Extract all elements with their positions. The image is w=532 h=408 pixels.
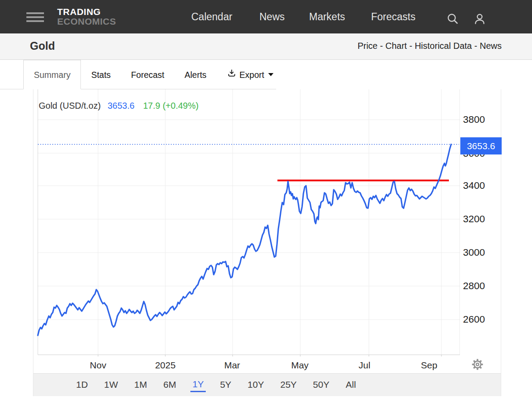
timeframe-all[interactable]: All: [343, 379, 358, 392]
tab-alerts[interactable]: Alerts: [175, 60, 217, 89]
chart-legend: Gold (USD/t.oz) 3653.6 17.9 (+0.49%): [39, 101, 199, 111]
nav-item-forecasts[interactable]: Forecasts: [371, 0, 415, 33]
download-icon: [227, 60, 237, 89]
timeframe-1m[interactable]: 1M: [132, 379, 149, 392]
y-axis-label: 3200: [463, 213, 500, 225]
y-axis-label: 3400: [463, 180, 500, 192]
price-chart-plot[interactable]: [33, 89, 460, 357]
tab-bar: Summary Stats Forecast Alerts Export: [0, 60, 276, 89]
chart-settings-gear-icon[interactable]: [471, 358, 484, 371]
brand-line2: ECONOMICS: [57, 17, 116, 26]
x-axis-label: Mar: [214, 359, 251, 372]
x-axis-label: Sep: [411, 359, 448, 372]
brand-logo[interactable]: TRADING ECONOMICS: [57, 7, 116, 26]
brand-line1: TRADING: [57, 7, 116, 17]
legend-instrument: Gold (USD/t.oz): [39, 101, 101, 110]
search-icon[interactable]: [447, 13, 459, 27]
x-axis-label: Jul: [346, 359, 383, 372]
timeframe-5y[interactable]: 5Y: [218, 379, 233, 392]
export-button[interactable]: Export: [217, 60, 284, 89]
timeframe-1w[interactable]: 1W: [102, 379, 120, 392]
y-axis-label: 3800: [463, 114, 500, 126]
nav-item-calendar[interactable]: Calendar: [191, 0, 232, 33]
price-series-line: [38, 144, 451, 335]
page-header: Gold Price - Chart - Historical Data - N…: [0, 33, 532, 60]
tab-forecast[interactable]: Forecast: [121, 60, 175, 89]
breadcrumb-links[interactable]: Price - Chart - Historical Data - News: [357, 41, 502, 51]
chart-widget: Gold (USD/t.oz) 3653.6 17.9 (+0.49%) 380…: [33, 89, 501, 396]
nav-item-news[interactable]: News: [259, 0, 285, 33]
x-axis-label: May: [281, 359, 318, 372]
user-account-icon[interactable]: [474, 13, 486, 27]
tab-stats[interactable]: Stats: [81, 60, 120, 89]
timeframe-bar: 1D 1W 1M 6M 1Y 5Y 10Y 25Y 50Y All: [33, 373, 501, 396]
nav-item-markets[interactable]: Markets: [309, 0, 345, 33]
page-title: Gold: [30, 40, 55, 52]
hamburger-menu-icon[interactable]: [26, 12, 44, 22]
y-axis-label: 2800: [463, 280, 500, 292]
timeframe-6m[interactable]: 6M: [161, 379, 179, 392]
tab-summary[interactable]: Summary: [23, 60, 81, 89]
chevron-down-icon: [268, 73, 273, 76]
top-nav-bar: TRADING ECONOMICS Calendar News Markets …: [0, 0, 532, 33]
timeframe-50y[interactable]: 50Y: [311, 379, 332, 392]
y-axis-label: 2600: [463, 313, 500, 326]
timeframe-10y[interactable]: 10Y: [245, 379, 266, 392]
y-axis-label: 3000: [463, 246, 500, 259]
export-label: Export: [240, 60, 264, 89]
timeframe-1d[interactable]: 1D: [74, 379, 90, 392]
timeframe-25y[interactable]: 25Y: [278, 379, 299, 392]
x-axis-label: 2025: [147, 359, 184, 372]
x-axis-label: Nov: [80, 359, 117, 372]
last-price-tag: 3653.6: [460, 137, 502, 154]
legend-change: 17.9 (+0.49%): [143, 101, 198, 110]
legend-price: 3653.6: [108, 101, 135, 110]
timeframe-1y[interactable]: 1Y: [190, 378, 206, 392]
